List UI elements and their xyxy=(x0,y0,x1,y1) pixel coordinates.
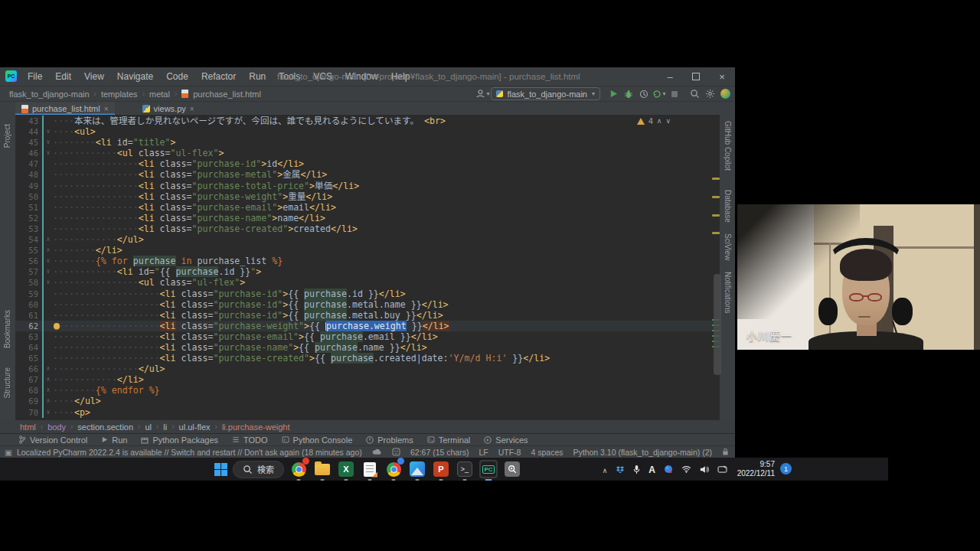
fold-marker[interactable]: ∨ xyxy=(44,277,53,288)
minimize-button[interactable]: – xyxy=(657,67,683,86)
fold-marker[interactable] xyxy=(44,342,53,353)
toolwindow-python-packages[interactable]: Python Packages xyxy=(141,435,218,445)
fold-marker[interactable] xyxy=(44,289,53,299)
globe-icon[interactable] xyxy=(664,465,673,474)
tool-stripe-database[interactable]: Database xyxy=(724,190,732,223)
fold-marker[interactable] xyxy=(44,191,53,202)
tool-stripe-github-copilot[interactable]: GitHub Copilot xyxy=(724,121,732,171)
grazie-icon[interactable] xyxy=(392,448,400,456)
close-button[interactable]: × xyxy=(709,67,735,86)
fold-marker[interactable] xyxy=(44,181,53,191)
crumb-html[interactable]: html xyxy=(20,422,36,432)
code-line-52[interactable]: 52················<li class="purchase-na… xyxy=(15,213,714,223)
breadcrumb-item[interactable]: metal xyxy=(149,90,170,99)
code-line-49[interactable]: 49················<li class="purchase-to… xyxy=(15,181,714,191)
code-line-62[interactable]: 62····················<li class="purchas… xyxy=(15,321,714,331)
code-line-46[interactable]: 46∨············<ul class="ul-flex"> xyxy=(15,148,714,158)
fold-marker[interactable] xyxy=(44,353,53,364)
dropbox-icon[interactable] xyxy=(616,465,625,474)
code-line-69[interactable]: 69∧····</ul> xyxy=(15,396,714,406)
fold-marker[interactable] xyxy=(44,223,53,234)
code-line-67[interactable]: 67∧············</li> xyxy=(15,374,714,385)
fold-marker[interactable] xyxy=(44,299,53,310)
code-line-68[interactable]: 68∧········{% endfor %} xyxy=(15,385,714,396)
code-line-43[interactable]: 43····本来は、管理者しか見れないページですが、今回は、誰でも見れるようにし… xyxy=(15,116,714,126)
code-line-50[interactable]: 50················<li class="purchase-we… xyxy=(15,191,714,202)
caret-position[interactable]: 62:67 (15 chars) xyxy=(410,448,469,457)
code-line-54[interactable]: 54∧············</ul> xyxy=(15,234,714,245)
event-log-icon[interactable]: ▣ xyxy=(5,448,12,457)
tool-stripe-notifications[interactable]: Notifications xyxy=(724,272,732,313)
menu-navigate[interactable]: Navigate xyxy=(111,71,159,82)
profile-button[interactable] xyxy=(637,88,651,100)
taskbar-app-magnifier[interactable] xyxy=(503,460,521,478)
toolwindow-python-console[interactable]: Python Console xyxy=(282,435,353,445)
toolwindow-services[interactable]: Services xyxy=(484,435,528,445)
code-line-58[interactable]: 58∨················<ul class="ul-flex"> xyxy=(15,277,714,288)
code-line-60[interactable]: 60····················<li class="purchas… xyxy=(15,299,714,310)
cloud-icon[interactable] xyxy=(372,448,382,455)
crumb-li.purchase-weight[interactable]: li.purchase-weight xyxy=(222,422,290,432)
settings-gear-icon[interactable] xyxy=(703,88,717,100)
menu-edit[interactable]: Edit xyxy=(49,71,77,82)
fold-marker[interactable]: ∨ xyxy=(44,256,53,266)
fold-marker[interactable]: ∨ xyxy=(44,407,53,418)
fold-marker[interactable] xyxy=(44,158,53,169)
fold-marker[interactable] xyxy=(44,213,53,223)
fold-marker[interactable]: ∨ xyxy=(44,266,53,277)
fold-marker[interactable] xyxy=(44,202,53,213)
microphone-icon[interactable] xyxy=(633,465,640,474)
taskbar-app-pycharm[interactable]: PC xyxy=(479,460,498,478)
toolwindow-todo[interactable]: TODO xyxy=(232,435,268,445)
fold-marker[interactable] xyxy=(44,331,53,342)
tray-chevron-icon[interactable]: ∧ xyxy=(603,462,608,476)
code-line-44[interactable]: 44∨····<ul> xyxy=(15,126,714,137)
breadcrumb-item[interactable]: purchase_list.html xyxy=(193,90,261,99)
taskbar-app-notepad[interactable] xyxy=(361,460,379,478)
fold-marker[interactable]: ∧ xyxy=(44,364,53,374)
fold-marker[interactable]: ∧ xyxy=(44,396,53,406)
line-separator[interactable]: LF xyxy=(479,448,488,457)
editor-scrollbar[interactable] xyxy=(714,274,721,375)
taskbar-app-photos[interactable] xyxy=(408,460,426,478)
code-line-51[interactable]: 51················<li class="purchase-em… xyxy=(15,202,714,213)
taskbar-app-terminal[interactable]: >_ xyxy=(456,460,474,478)
code-line-66[interactable]: 66∧················</ul> xyxy=(15,364,714,374)
toolwindow-run[interactable]: Run xyxy=(101,435,127,445)
taskbar-app-chrome2[interactable] xyxy=(384,460,403,478)
taskbar-app-chrome[interactable] xyxy=(289,460,308,478)
code-line-45[interactable]: 45∨········<li id="title"> xyxy=(15,137,714,148)
touch-keyboard-icon[interactable] xyxy=(717,465,727,473)
fold-marker[interactable]: ∨ xyxy=(44,137,53,148)
code-line-61[interactable]: 61····················<li class="purchas… xyxy=(15,310,714,321)
tab-close-icon[interactable]: × xyxy=(190,105,194,113)
code-line-56[interactable]: 56∨········{% for purchase in purchase_l… xyxy=(15,256,714,266)
toolwindow-terminal[interactable]: Terminal xyxy=(427,435,471,445)
wifi-icon[interactable] xyxy=(681,465,691,473)
fold-marker[interactable]: ∧ xyxy=(44,245,53,256)
code-line-63[interactable]: 63····················<li class="purchas… xyxy=(15,331,714,342)
toolwindow-version-control[interactable]: Version Control xyxy=(18,435,87,445)
taskbar-clock[interactable]: 9:57 2022/12/11 xyxy=(737,460,775,478)
taskbar-app-powerpoint[interactable]: P xyxy=(432,460,450,478)
taskbar-app-explorer[interactable] xyxy=(313,460,332,478)
code-line-48[interactable]: 48················<li class="purchase-me… xyxy=(15,169,714,180)
taskbar-search[interactable]: 検索 xyxy=(233,461,284,478)
search-everywhere-icon[interactable] xyxy=(688,88,701,100)
fold-marker[interactable] xyxy=(44,321,53,331)
fold-marker[interactable]: ∨ xyxy=(44,126,53,137)
taskbar-app-excel[interactable]: X xyxy=(337,460,355,478)
fold-marker[interactable] xyxy=(44,116,53,126)
tab-views-py[interactable]: views.py× xyxy=(136,102,201,116)
user-icon[interactable]: ▾ xyxy=(475,88,489,100)
crumb-body[interactable]: body xyxy=(47,422,66,432)
code-line-59[interactable]: 59····················<li class="purchas… xyxy=(15,289,714,299)
code-line-57[interactable]: 57∨············<li id="{{ purchase.id }}… xyxy=(15,266,714,277)
tab-close-icon[interactable]: × xyxy=(104,105,109,113)
indent-setting[interactable]: 4 spaces xyxy=(531,448,563,457)
intention-bulb-icon[interactable] xyxy=(54,323,60,329)
code-editor[interactable]: 43····本来は、管理者しか見れないページですが、今回は、誰でも見れるようにし… xyxy=(15,115,720,457)
crumb-li[interactable]: li xyxy=(163,422,167,432)
code-line-55[interactable]: 55∧········</li> xyxy=(15,245,714,256)
lock-icon[interactable] xyxy=(722,448,729,456)
